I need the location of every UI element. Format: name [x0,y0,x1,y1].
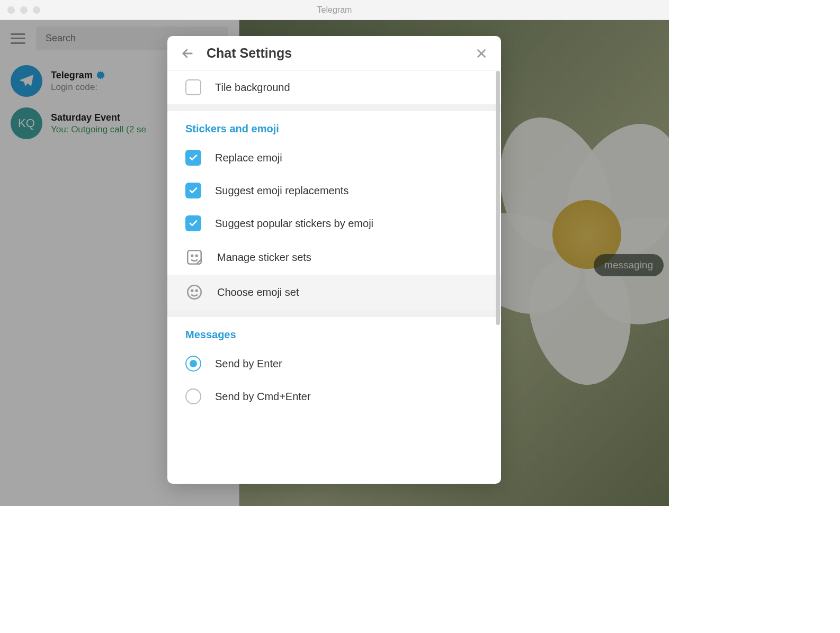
back-arrow-icon[interactable] [180,46,195,61]
setting-label: Suggest popular stickers by emoji [215,218,373,230]
modal-title: Chat Settings [207,46,463,61]
setting-send-by-cmd-enter[interactable]: Send by Cmd+Enter [167,380,501,413]
setting-label: Tile background [215,82,290,94]
setting-send-by-enter[interactable]: Send by Enter [167,347,501,380]
setting-label: Send by Enter [215,358,282,370]
setting-manage-sticker-sets[interactable]: Manage sticker sets [167,240,501,275]
modal-body[interactable]: Tile background Stickers and emoji Repla… [167,71,501,484]
scrollbar[interactable] [496,71,500,325]
setting-label: Send by Cmd+Enter [215,391,311,403]
chat-settings-modal: Chat Settings Tile background Stickers a… [167,36,501,484]
setting-label: Replace emoji [215,152,282,164]
setting-suggest-popular-stickers[interactable]: Suggest popular stickers by emoji [167,207,501,240]
emoji-icon [185,283,203,301]
modal-header: Chat Settings [167,36,501,71]
setting-label: Manage sticker sets [217,251,311,264]
checkbox-checked-icon [185,215,201,231]
settings-section-background: Tile background [167,71,501,104]
sticker-icon [185,248,203,266]
setting-label: Suggest emoji replacements [215,185,348,197]
maximize-window-button[interactable] [33,6,40,14]
close-icon[interactable] [475,47,488,60]
radio-checked-icon [185,356,201,372]
checkbox-checked-icon [185,183,201,198]
svg-point-4 [191,290,193,292]
traffic-lights [0,6,40,14]
settings-section-stickers: Stickers and emoji Replace emoji Suggest… [167,111,501,310]
minimize-window-button[interactable] [20,6,28,14]
svg-point-2 [196,255,198,257]
window-titlebar: Telegram [0,0,669,20]
setting-tile-background[interactable]: Tile background [167,71,501,104]
setting-label: Choose emoji set [217,286,299,299]
window-title: Telegram [317,5,352,15]
svg-point-3 [187,285,201,299]
section-header-stickers: Stickers and emoji [167,111,501,141]
setting-suggest-emoji-replacements[interactable]: Suggest emoji replacements [167,174,501,207]
svg-point-5 [196,290,198,292]
section-divider [167,310,501,317]
checkbox-unchecked-icon [185,79,201,95]
svg-point-1 [191,255,193,257]
setting-choose-emoji-set[interactable]: Choose emoji set [167,275,501,310]
checkbox-checked-icon [185,150,201,166]
close-window-button[interactable] [7,6,15,14]
section-header-messages: Messages [167,317,501,347]
section-divider [167,104,501,111]
setting-replace-emoji[interactable]: Replace emoji [167,141,501,174]
radio-unchecked-icon [185,388,201,404]
settings-section-messages: Messages Send by Enter Send by Cmd+Enter [167,317,501,413]
